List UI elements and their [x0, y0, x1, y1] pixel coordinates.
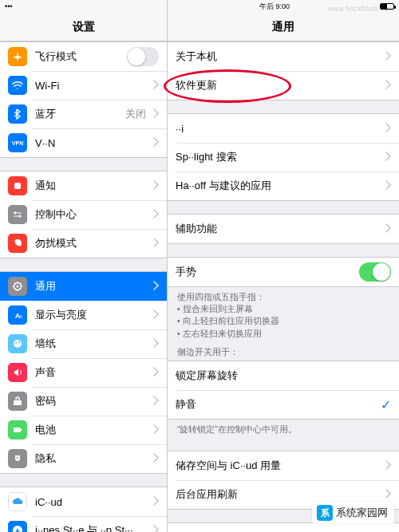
sidebar-item-general[interactable]: 通用 [0, 272, 167, 301]
appstore-icon: A [8, 521, 27, 532]
sidebar-item-batt[interactable]: 电池 [0, 416, 167, 444]
detail-row[interactable]: 锁定屏幕旋转 [168, 361, 399, 390]
check-icon: ✓ [381, 397, 391, 412]
sidebar-item-value: 关闭 [125, 107, 146, 121]
detail-row-label: 软件更新 [176, 78, 381, 93]
sidebar-item-wifi[interactable]: Wi-Fi [0, 71, 167, 100]
sidebar-item-bt[interactable]: 蓝牙关闭 [0, 100, 167, 128]
sidebar-item-dnd[interactable]: 勿扰模式 [0, 229, 167, 258]
sidebar-item-airplane[interactable]: 飞行模式 [0, 42, 167, 71]
sidebar-item-label: 隐私 [35, 451, 149, 466]
switch[interactable] [359, 262, 391, 282]
right-group: 自动锁定2 分钟访问限制锁定/解锁 [168, 522, 399, 532]
svg-point-15 [17, 457, 18, 459]
chevron-right-icon [152, 338, 159, 350]
sidebar-item-wall[interactable]: 墙纸 [0, 329, 167, 358]
section-header: 侧边开关用于： [168, 342, 399, 361]
sidebar-item-vpn[interactable]: VPNV··N [0, 128, 167, 157]
right-navbar: 通用 [168, 13, 399, 41]
detail-row-label: 静音 [176, 397, 381, 412]
sidebar-item-notif[interactable]: 通知 [0, 171, 167, 200]
sidebar-item-appstore[interactable]: Ai··nes St··e 与 ··p St··· [0, 516, 167, 532]
detail-row[interactable]: 静音✓ [168, 390, 399, 419]
chevron-right-icon [152, 525, 159, 533]
detail-row[interactable]: 手势 [168, 258, 399, 286]
chevron-right-icon [152, 137, 159, 149]
chevron-right-icon [152, 453, 159, 465]
batt-icon [8, 420, 27, 439]
detail-row[interactable]: 辅助功能 [168, 215, 399, 243]
left-title: 设置 [73, 20, 95, 34]
detail-row-label: 手势 [176, 265, 359, 279]
dnd-icon [8, 234, 27, 253]
right-group: 辅助功能 [168, 214, 399, 244]
sidebar-item-label: 电池 [35, 423, 149, 437]
left-group: iC··udAi··nes St··e 与 ··p St··· [0, 487, 167, 532]
chevron-right-icon [152, 281, 159, 293]
sidebar-item-control[interactable]: 控制中心 [0, 200, 167, 229]
svg-rect-14 [21, 429, 22, 431]
sound-icon [8, 363, 27, 382]
detail-row[interactable]: 软件更新 [168, 71, 399, 100]
right-group: 关于本机软件更新 [168, 41, 399, 100]
wall-icon [8, 334, 27, 353]
sidebar-item-icloud[interactable]: iC··ud [0, 487, 167, 516]
sidebar-item-label: 通知 [35, 179, 149, 193]
sidebar-item-sound[interactable]: 声音 [0, 358, 167, 387]
sidebar-item-label: 声音 [35, 365, 149, 380]
detail-row-label: Sp··light 搜索 [176, 150, 381, 164]
sidebar-item-label: i··nes St··e 与 ··p St··· [35, 523, 149, 532]
section-footer: “旋转锁定”在控制中心中可用。 [168, 420, 399, 438]
sidebar-item-label: 墙纸 [35, 337, 149, 351]
chevron-right-icon [385, 180, 391, 192]
detail-row[interactable]: ··i [168, 114, 399, 143]
wifi-icon [8, 76, 27, 95]
display-icon: AA [8, 305, 27, 325]
sidebar-item-priv[interactable]: 隐私 [0, 444, 167, 473]
chevron-right-icon [152, 180, 159, 192]
sidebar-item-label: 蓝牙 [35, 107, 125, 121]
general-icon [8, 277, 27, 296]
priv-icon [8, 449, 27, 468]
detail-row[interactable]: 自动锁定2 分钟 [168, 523, 399, 532]
icloud-icon [8, 492, 27, 511]
svg-rect-12 [14, 400, 22, 405]
detail-row-label: Ha··off 与建议的应用 [176, 179, 381, 193]
sidebar-item-label: 勿扰模式 [35, 236, 149, 250]
chevron-right-icon [385, 80, 391, 92]
svg-rect-1 [14, 183, 21, 189]
left-group: 通用AA显示与亮度墙纸声音密码电池隐私 [0, 271, 167, 474]
svg-point-10 [15, 342, 17, 344]
chevron-right-icon [385, 123, 391, 135]
switch[interactable] [127, 47, 159, 66]
chevron-right-icon [152, 80, 159, 92]
chevron-right-icon [385, 51, 391, 63]
sidebar-item-label: iC··ud [35, 496, 149, 508]
vpn-icon: VPN [8, 133, 27, 152]
airplane-icon [8, 47, 27, 66]
left-group: 飞行模式Wi-Fi蓝牙关闭VPNV··N [0, 41, 167, 158]
chevron-right-icon [152, 309, 159, 321]
chevron-right-icon [152, 209, 159, 221]
svg-point-6 [17, 286, 19, 288]
chevron-right-icon [385, 223, 391, 235]
sidebar-item-label: 通用 [35, 279, 149, 294]
sidebar-item-label: Wi-Fi [35, 80, 149, 92]
sidebar-item-label: 显示与亮度 [35, 308, 149, 322]
chevron-right-icon [152, 238, 159, 250]
svg-point-9 [14, 340, 22, 348]
signal-icon: ••• [5, 2, 12, 10]
chevron-right-icon [385, 460, 391, 472]
chevron-right-icon [385, 152, 391, 164]
left-scroll[interactable]: 飞行模式Wi-Fi蓝牙关闭VPNV··N通知控制中心勿扰模式通用AA显示与亮度墙… [0, 41, 167, 532]
chevron-right-icon [152, 496, 159, 508]
detail-row[interactable]: 储存空间与 iC··ud 用量 [168, 451, 399, 480]
detail-row[interactable]: Ha··off 与建议的应用 [168, 171, 399, 200]
sidebar-item-display[interactable]: AA显示与亮度 [0, 301, 167, 329]
detail-row-label: 储存空间与 iC··ud 用量 [176, 459, 381, 473]
right-scroll[interactable]: 关于本机软件更新··iSp··light 搜索Ha··off 与建议的应用辅助功… [168, 41, 399, 532]
sidebar-item-pass[interactable]: 密码 [0, 387, 167, 416]
detail-row-label: 辅助功能 [176, 222, 381, 236]
detail-row[interactable]: Sp··light 搜索 [168, 143, 399, 171]
detail-row[interactable]: 关于本机 [168, 42, 399, 71]
